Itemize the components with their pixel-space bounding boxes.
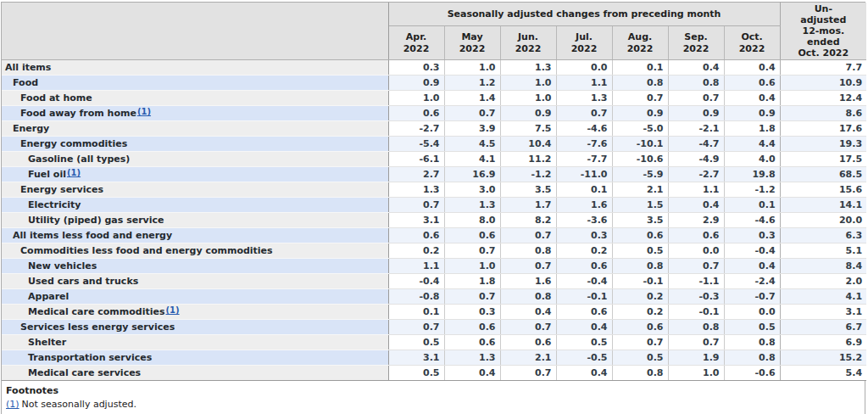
value-cell: 0.1 xyxy=(388,305,444,320)
value-cell: -0.3 xyxy=(668,289,724,305)
unadjusted-value-cell: 15.6 xyxy=(780,182,866,198)
value-cell: -4.6 xyxy=(724,213,780,228)
value-cell: -2.7 xyxy=(668,167,724,182)
value-cell: 0.0 xyxy=(668,243,724,259)
row-footnote-link[interactable]: (1) xyxy=(67,168,81,177)
footnote-1-link[interactable]: (1) xyxy=(6,399,19,410)
row-label: Food away from home xyxy=(20,108,136,119)
row-label: Services less energy services xyxy=(20,322,175,333)
value-cell: 1.3 xyxy=(556,91,612,106)
value-cell: 0.8 xyxy=(612,366,668,381)
table-row: Apparel-0.80.70.8-0.10.2-0.3-0.74.1 xyxy=(2,289,866,305)
row-label-cell: Medical care commodities(1) xyxy=(2,305,388,320)
table-row: Food at home1.01.41.01.30.70.70.412.4 xyxy=(2,91,866,106)
value-cell: 1.1 xyxy=(556,76,612,91)
value-cell: 0.3 xyxy=(724,228,780,243)
unadjusted-value-cell: 6.3 xyxy=(780,228,866,243)
value-cell: 8.0 xyxy=(444,213,500,228)
value-cell: 0.2 xyxy=(612,289,668,305)
value-cell: 0.6 xyxy=(444,320,500,335)
value-cell: 1.0 xyxy=(444,60,500,76)
unadjusted-value-cell: 8.4 xyxy=(780,259,866,274)
row-label-cell: Energy services xyxy=(2,182,388,198)
value-cell: 0.5 xyxy=(388,335,444,350)
value-cell: 0.7 xyxy=(612,91,668,106)
value-cell: 3.1 xyxy=(388,350,444,366)
value-cell: -0.1 xyxy=(612,274,668,289)
value-cell: -1.2 xyxy=(724,182,780,198)
table-row: Medical care commodities(1)0.10.30.40.60… xyxy=(2,305,866,320)
item-column-header xyxy=(2,3,388,60)
value-cell: -4.9 xyxy=(668,152,724,167)
value-cell: -2.4 xyxy=(724,274,780,289)
value-cell: 0.4 xyxy=(556,320,612,335)
row-label: Medical care services xyxy=(28,367,141,378)
row-label: Food at home xyxy=(20,92,92,104)
value-cell: 0.6 xyxy=(444,335,500,350)
value-cell: 0.4 xyxy=(724,259,780,274)
value-cell: 0.6 xyxy=(388,106,444,121)
table-row: Medical care services0.50.40.70.40.81.0-… xyxy=(2,366,866,381)
unadjusted-value-cell: 8.6 xyxy=(780,106,866,121)
table-row: Commodities less food and energy commodi… xyxy=(2,243,866,259)
unadjusted-value-cell: 3.1 xyxy=(780,305,866,320)
value-cell: -0.4 xyxy=(724,243,780,259)
value-cell: 0.7 xyxy=(668,335,724,350)
table-row: Used cars and trucks-0.41.81.6-0.4-0.1-1… xyxy=(2,274,866,289)
value-cell: 0.2 xyxy=(556,243,612,259)
value-cell: 1.8 xyxy=(724,121,780,137)
value-cell: 0.7 xyxy=(500,320,556,335)
table-row: All items0.31.01.30.00.10.40.47.7 xyxy=(2,60,866,76)
value-cell: 0.8 xyxy=(500,243,556,259)
row-label-cell: Apparel xyxy=(2,289,388,305)
value-cell: 0.9 xyxy=(388,76,444,91)
group-header-row: Seasonally adjusted changes from precedi… xyxy=(2,3,866,26)
value-cell: 0.7 xyxy=(388,320,444,335)
value-cell: 0.6 xyxy=(668,228,724,243)
value-cell: -0.7 xyxy=(724,289,780,305)
unadjusted-value-cell: 20.0 xyxy=(780,213,866,228)
unadjusted-value-cell: 68.5 xyxy=(780,167,866,182)
value-cell: -1.2 xyxy=(500,167,556,182)
group-header: Seasonally adjusted changes from precedi… xyxy=(388,3,780,26)
value-cell: 1.1 xyxy=(388,259,444,274)
table-row: Services less energy services0.70.60.70.… xyxy=(2,320,866,335)
value-cell: 0.8 xyxy=(668,76,724,91)
table-row: Shelter0.50.60.60.50.70.70.86.9 xyxy=(2,335,866,350)
row-footnote-link[interactable]: (1) xyxy=(166,305,180,315)
row-label-cell: All items xyxy=(2,60,388,76)
row-label: Energy commodities xyxy=(20,138,127,149)
value-cell: -0.8 xyxy=(388,289,444,305)
row-label: Transportation services xyxy=(28,352,152,363)
unadjusted-value-cell: 15.2 xyxy=(780,350,866,366)
value-cell: 0.4 xyxy=(444,366,500,381)
value-cell: 3.1 xyxy=(388,213,444,228)
value-cell: 3.9 xyxy=(444,121,500,137)
value-cell: 0.1 xyxy=(612,60,668,76)
value-cell: 0.3 xyxy=(444,305,500,320)
month-header-6: Oct. 2022 xyxy=(724,26,780,60)
value-cell: 4.1 xyxy=(444,152,500,167)
value-cell: 0.7 xyxy=(668,91,724,106)
value-cell: 3.5 xyxy=(500,182,556,198)
value-cell: 0.7 xyxy=(612,335,668,350)
value-cell: 2.1 xyxy=(500,350,556,366)
value-cell: 0.5 xyxy=(388,366,444,381)
value-cell: 1.5 xyxy=(612,198,668,213)
value-cell: 0.4 xyxy=(668,198,724,213)
row-label: Electricity xyxy=(28,199,81,210)
footnote-1-text: Not seasonally adjusted. xyxy=(22,399,136,410)
value-cell: 0.7 xyxy=(444,289,500,305)
row-footnote-link[interactable]: (1) xyxy=(137,107,151,116)
value-cell: 1.3 xyxy=(444,350,500,366)
value-cell: -5.9 xyxy=(612,167,668,182)
row-label: All items xyxy=(5,62,51,73)
value-cell: 1.0 xyxy=(500,91,556,106)
row-label-cell: Electricity xyxy=(2,198,388,213)
value-cell: -7.6 xyxy=(556,137,612,152)
table-row: Transportation services3.11.32.1-0.50.51… xyxy=(2,350,866,366)
value-cell: -0.1 xyxy=(556,289,612,305)
value-cell: 1.2 xyxy=(444,76,500,91)
value-cell: 0.6 xyxy=(556,259,612,274)
value-cell: 1.3 xyxy=(444,198,500,213)
